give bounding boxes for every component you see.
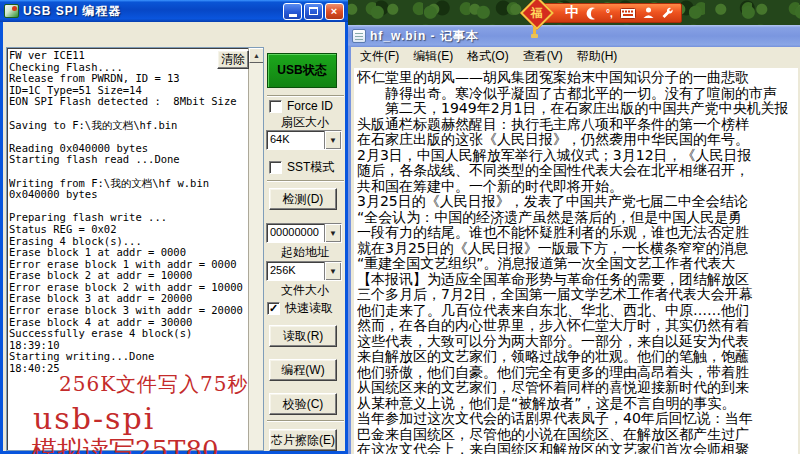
text-line: 从国统区来的文艺家们，尽管怀着同样的喜悦迎接新时代的到来 xyxy=(357,380,798,396)
log-line: 0x040000 bytes xyxy=(9,189,247,201)
sst-mode-label: SST模式 xyxy=(287,159,334,176)
log-line xyxy=(9,201,247,213)
programmer-app-icon xyxy=(4,4,19,18)
close-button[interactable]: × xyxy=(325,3,344,20)
sector-size-label: 扇区大小 xyxy=(265,114,345,131)
start-address-select[interactable]: 00000000 ▼ xyxy=(266,223,342,243)
log-scrollbar[interactable]: ▲ xyxy=(248,48,263,450)
text-line: 就在3月25日的《人民日报》一版最下方，一长横条窄窄的消息 xyxy=(357,241,798,257)
log-line: Error erase block 3 with addr = 20000 xyxy=(9,305,247,317)
text-line: “全会认为：中国的经济遗产虽然是落后的，但是中国人民是勇 xyxy=(357,210,798,226)
sst-mode-checkbox-row[interactable]: SST模式 xyxy=(269,159,334,176)
wrench-icon[interactable] xyxy=(661,7,674,20)
dropdown-arrow-icon[interactable]: ▼ xyxy=(324,131,341,149)
annotation-chip-model: 模拟读写25T80 xyxy=(31,433,219,454)
text-line: 然而，在各自的内心世界里，步入怀仁堂大厅时，其实仍然有着 xyxy=(357,318,798,334)
text-line: 在这次文代会上，来自国统区和解放区的文艺家们首次会师相聚 xyxy=(357,442,798,454)
log-line: Starting writing...Done xyxy=(9,351,247,363)
programmer-titlebar[interactable]: USB SPI 编程器 × xyxy=(0,0,348,22)
sst-mode-checkbox[interactable] xyxy=(269,161,282,174)
notepad-titlebar[interactable]: hf_w.bin - 记事本 xyxy=(348,25,800,47)
force-id-checkbox-row[interactable]: Force ID xyxy=(269,99,333,113)
minimize-button[interactable] xyxy=(283,3,302,20)
text-line: 在石家庄出版的这张《人民日报》，仍然袭用中华民国的年号。 xyxy=(357,132,798,148)
log-line xyxy=(9,166,247,178)
dropdown-arrow-icon[interactable]: ▼ xyxy=(324,224,341,242)
log-line: Erasing 4 block(s)... xyxy=(9,236,247,248)
chip-erase-button[interactable]: 芯片擦除(E) xyxy=(269,429,337,451)
file-size-value: 256K xyxy=(267,262,324,280)
punctuation-mode-button[interactable]: °, xyxy=(606,8,613,19)
notepad-window: hf_w.bin - 记事本 文件(F)编辑(E)格式(O)查看(V)帮助(H)… xyxy=(348,25,800,454)
menu-item[interactable]: 编辑(E) xyxy=(406,47,460,66)
language-bar[interactable]: 福 中 °, xyxy=(536,3,682,23)
keyboard-icon[interactable] xyxy=(620,8,636,19)
log-line: Starting flash read ...Done xyxy=(9,154,247,166)
text-line: 第二天，1949年2月1日，在石家庄出版的中国共产党中央机关报 xyxy=(357,101,798,117)
log-line: Release from PWRDN, ID = 13 xyxy=(9,73,247,85)
log-line: Error erase block 1 with addr = 0000 xyxy=(9,259,247,271)
menu-item[interactable]: 文件(F) xyxy=(353,47,406,66)
verify-button[interactable]: 校验(C) xyxy=(269,393,337,415)
log-line: Erase block 2 at addr = 10000 xyxy=(9,270,247,282)
log-line: EON SPI Flash detected : 8Mbit Size xyxy=(9,96,247,108)
dropdown-arrow-icon[interactable]: ▼ xyxy=(324,262,341,280)
fu-ornament-tassel xyxy=(533,27,536,35)
separator xyxy=(267,95,344,97)
text-line: 3月25日的《人民日报》，发表了中国共产党七届二中全会结论 xyxy=(357,194,798,210)
notepad-menubar: 文件(F)编辑(E)格式(O)查看(V)帮助(H) xyxy=(351,47,800,65)
log-line: Preparing flash write ... xyxy=(9,212,247,224)
text-line: 共和国在筹建中。一个新的时代即将开始。 xyxy=(357,179,798,195)
text-line: 头版通栏标题赫然醒目：执行毛主席八项和平条件的第一个榜样 xyxy=(357,117,798,133)
log-line: Writing from F:\我的文档\hf_w.bin xyxy=(9,178,247,190)
text-line: 静得出奇。寒冷似乎凝固了古都北平的一切。没有了喧闹的市声 xyxy=(357,86,798,102)
clear-log-button[interactable]: 清除 xyxy=(217,50,249,69)
desktop-background: USB SPI 编程器 × FW ver ICE11Checking Flash… xyxy=(0,0,800,454)
menu-item[interactable]: 格式(O) xyxy=(460,47,515,66)
text-line: 一段有力的结尾。谁也不能怀疑胜利者的乐观，谁也无法否定胜 xyxy=(357,225,798,241)
menu-item[interactable]: 帮助(H) xyxy=(570,47,625,66)
log-line: Erase block 3 at addr = 20000 xyxy=(9,293,247,305)
scroll-up-icon[interactable]: ▲ xyxy=(249,48,264,63)
text-line: 随后，各条战线、不同类型的全国性代表大会在北平相继召开， xyxy=(357,163,798,179)
notepad-app-icon xyxy=(352,29,366,43)
detect-button[interactable]: 检测(D) xyxy=(269,188,337,210)
annotation-usb-spi: usb-spi xyxy=(33,401,155,436)
moon-icon[interactable] xyxy=(586,7,599,20)
annotation-write-speed: 256K文件写入75秒 xyxy=(59,371,249,398)
maximize-button[interactable] xyxy=(304,3,323,20)
text-line: 当年参加过这次文代会的话剧界代表凤子，40年后回忆说：当年 xyxy=(357,411,798,427)
log-line: Successfully erase 4 block(s) xyxy=(9,328,247,340)
log-line: Erase block 1 at addr = 0000 xyxy=(9,247,247,259)
text-line: 【本报讯】为适应全国革命形势与革命任务的需要，团结解放区 xyxy=(357,272,798,288)
force-id-label: Force ID xyxy=(287,99,333,113)
program-button[interactable]: 编程(W) xyxy=(269,359,337,381)
log-line: Checking Flash.... xyxy=(9,62,247,74)
fast-read-checkbox-checked[interactable]: ✓ xyxy=(267,302,280,315)
programmer-window-body: FW ver ICE11Checking Flash....Release fr… xyxy=(0,22,348,454)
chinese-mode-button[interactable]: 中 xyxy=(565,4,579,22)
notepad-window-body: 文件(F)编辑(E)格式(O)查看(V)帮助(H) 怀仁堂里的胡风——胡风集团冤… xyxy=(348,47,800,454)
force-id-checkbox[interactable] xyxy=(269,100,282,113)
separator xyxy=(267,420,344,422)
notepad-text-area[interactable]: 怀仁堂里的胡风——胡风集团冤案始末中国知识分子的一曲悲歌 静得出奇。寒冷似乎凝固… xyxy=(354,68,798,454)
menu-item[interactable]: 查看(V) xyxy=(516,47,570,66)
notepad-window-title: hf_w.bin - 记事本 xyxy=(370,28,479,45)
usb-status-indicator[interactable]: USB状态 xyxy=(267,53,337,88)
separator xyxy=(267,180,344,182)
log-line: Error erase block 2 with addr = 10000 xyxy=(9,282,247,294)
log-line: ID=1C Type=51 Size=14 xyxy=(9,85,247,97)
sector-size-select[interactable]: 64K ▼ xyxy=(266,130,342,150)
person-icon[interactable] xyxy=(643,7,654,19)
start-address-label: 起始地址 xyxy=(265,244,345,261)
log-line: Saving to F:\我的文档\hf.bin xyxy=(9,120,247,132)
file-size-select[interactable]: 256K ▼ xyxy=(266,261,342,281)
log-line: Reading 0x040000 bytes xyxy=(9,143,247,155)
read-button[interactable]: 读取(R) xyxy=(269,325,337,347)
text-line: 怀仁堂里的胡风——胡风集团冤案始末中国知识分子的一曲悲歌 xyxy=(357,70,798,86)
sector-size-value: 64K xyxy=(267,131,324,149)
fast-read-checkbox-row[interactable]: ✓ 快速读取 xyxy=(267,300,333,317)
text-line: 巴金来自国统区，尽管他的小说在国统区、在解放区都产生过广 xyxy=(357,427,798,443)
programmer-window-title: USB SPI 编程器 xyxy=(23,3,121,20)
log-line: Status REG = 0x02 xyxy=(9,224,247,236)
